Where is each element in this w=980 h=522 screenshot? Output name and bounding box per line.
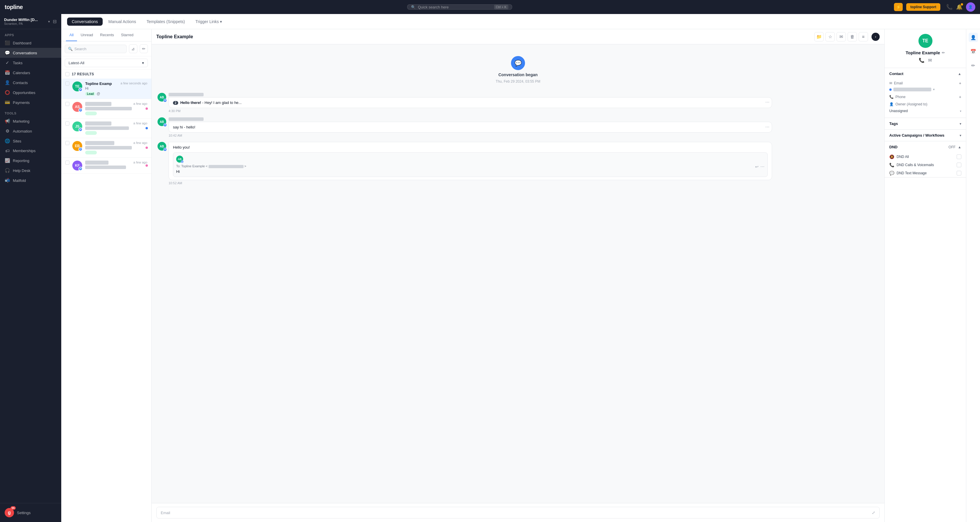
- select-all-checkbox[interactable]: [65, 72, 69, 76]
- notifications-button[interactable]: 🔔: [956, 4, 963, 10]
- tab-conversations[interactable]: Conversations: [67, 18, 103, 26]
- phone-icon-button[interactable]: 📞: [946, 4, 953, 10]
- conversation-item-4[interactable]: EB ✉ . a few ago . .: [61, 138, 151, 158]
- sidebar-item-memberships[interactable]: 🏷 Memberships: [0, 146, 61, 156]
- conv-time: a few ago: [133, 161, 147, 164]
- campaigns-section-header[interactable]: Active Campaigns / Workflows ▾: [885, 129, 966, 141]
- email-contact-icon[interactable]: ✉: [928, 57, 932, 63]
- sidebar-item-calendars[interactable]: 📅 Calendars: [0, 68, 61, 78]
- avatar-initials: JS: [75, 125, 80, 128]
- message-input-box[interactable]: Email ⤢: [156, 507, 880, 519]
- sidebar-item-payments[interactable]: 💳 Payments: [0, 97, 61, 107]
- expand-icon[interactable]: ⤢: [872, 510, 875, 515]
- dnd-status: OFF: [948, 145, 956, 149]
- more-icon[interactable]: ⋯: [765, 125, 769, 129]
- edit-detail-icon-button[interactable]: ✏: [969, 61, 978, 70]
- sidebar-item-automation[interactable]: ⚙ Automation: [0, 126, 61, 136]
- msg-time: 10:42 AM: [169, 134, 878, 137]
- conversation-item-5[interactable]: KF ✉ . a few ago .: [61, 158, 151, 174]
- dnd-header[interactable]: DND OFF ▲: [885, 141, 966, 153]
- collapse-panel-button[interactable]: ›: [872, 33, 880, 41]
- reply-icon[interactable]: ↩: [755, 164, 759, 169]
- sidebar-item-dashboard[interactable]: ⬛ Dashboard: [0, 38, 61, 48]
- conv-tab-all[interactable]: All: [66, 29, 77, 41]
- sidebar-item-reporting[interactable]: 📈 Reporting: [0, 156, 61, 166]
- workspace-selector[interactable]: Dunder Mifflin [D... Scranton, PA ▾ ⊟: [0, 14, 61, 29]
- sidebar-item-conversations[interactable]: 💬 Conversations: [0, 48, 61, 58]
- conv-checkbox[interactable]: [65, 102, 69, 106]
- conv-checkbox[interactable]: [65, 141, 69, 145]
- calendar-icon-button[interactable]: 📅: [969, 47, 978, 56]
- dnd-all-checkbox[interactable]: [957, 155, 961, 159]
- tags-section-header[interactable]: Tags ▾: [885, 118, 966, 129]
- conv-tab-unread[interactable]: Unread: [77, 29, 97, 41]
- email-to-label: To: Topline Example <: [176, 164, 208, 168]
- support-button[interactable]: topline Support: [906, 3, 940, 11]
- sidebar: Dunder Mifflin [D... Scranton, PA ▾ ⊟ Ap…: [0, 14, 61, 522]
- conv-checkbox[interactable]: [65, 81, 69, 86]
- edit-contact-button[interactable]: ✏: [942, 51, 945, 55]
- conv-avatar: EB ✉: [72, 141, 82, 151]
- conv-body: . a few ago .: [85, 161, 147, 169]
- email-input-label: Email: [161, 511, 170, 515]
- g-badge-count: 55: [11, 506, 16, 510]
- at-icon: @: [97, 92, 100, 96]
- edit-icon: ✏: [971, 63, 975, 68]
- conversation-item-3[interactable]: JS ✉ . a few ago . .: [61, 118, 151, 138]
- results-row: 17 RESULTS: [61, 70, 151, 78]
- message-row: AB ✉ . 2 Hello there! - Hey! I am glad t…: [158, 93, 878, 113]
- sidebar-item-helpdesk[interactable]: 🎧 Help Desk: [0, 166, 61, 176]
- tab-templates[interactable]: Templates (Snippets): [142, 18, 189, 26]
- phone-contact-icon[interactable]: 📞: [919, 57, 924, 63]
- add-phone-button[interactable]: +: [959, 94, 961, 99]
- conv-tab-recents[interactable]: Recents: [97, 29, 118, 41]
- conv-time: a few ago: [133, 141, 147, 145]
- sidebar-toggle-button[interactable]: ⊟: [52, 18, 57, 25]
- delete-button[interactable]: 🗑: [848, 32, 857, 42]
- star-button[interactable]: ☆: [826, 32, 835, 42]
- email-button[interactable]: ✉: [837, 32, 846, 42]
- user-avatar[interactable]: 👤: [966, 2, 975, 12]
- archive-button[interactable]: 📁: [815, 32, 824, 42]
- conversation-search-box[interactable]: 🔍: [65, 45, 127, 53]
- tab-trigger-links[interactable]: Trigger Links ▾: [191, 18, 227, 26]
- sidebar-item-label-tasks: Tasks: [13, 61, 22, 65]
- chevron-down-icon: ▾: [959, 133, 961, 137]
- lightning-button[interactable]: ⚡: [894, 3, 903, 11]
- dnd-text-checkbox[interactable]: [957, 171, 961, 176]
- msg-text: 2 Hello there! - Hey! I am glad to he...: [173, 101, 768, 105]
- sidebar-item-sites[interactable]: 🌐 Sites: [0, 136, 61, 146]
- conv-tab-starred[interactable]: Starred: [118, 29, 137, 41]
- app-logo[interactable]: topline: [5, 4, 23, 11]
- more-icon[interactable]: ⋯: [760, 164, 764, 169]
- contact-actions: 📞 ✉: [919, 57, 932, 63]
- more-options-button[interactable]: ≡: [859, 32, 868, 42]
- sidebar-item-settings[interactable]: g 55 Settings: [0, 506, 61, 520]
- more-icon[interactable]: ⋯: [765, 100, 769, 105]
- tab-manual-actions[interactable]: Manual Actions: [104, 18, 141, 26]
- conv-checkbox[interactable]: [65, 161, 69, 164]
- owner-chevron-icon[interactable]: ▾: [960, 110, 961, 113]
- global-search-bar[interactable]: 🔍 Ctrl + K: [407, 5, 512, 10]
- email-chevron-icon[interactable]: ▾: [933, 88, 935, 91]
- dnd-calls-checkbox[interactable]: [957, 163, 961, 167]
- sidebar-item-tasks[interactable]: ✓ Tasks: [0, 58, 61, 68]
- dnd-text-icon: 💬: [889, 171, 894, 176]
- sidebar-item-mailfold[interactable]: 📬 Mailfold: [0, 176, 61, 185]
- sidebar-item-opportunities[interactable]: ⭕ Opportunities: [0, 88, 61, 97]
- contact-detail-panel: TE Topline Example ✏ 📞 ✉ Contact: [885, 29, 966, 522]
- conversation-item-2[interactable]: AS ✉ . a few ago . .: [61, 99, 151, 118]
- sidebar-item-contacts[interactable]: 👤 Contacts: [0, 78, 61, 88]
- global-search-input[interactable]: [418, 5, 492, 10]
- add-email-button[interactable]: +: [959, 81, 961, 86]
- contact-detail-icon-button[interactable]: 👤: [969, 33, 978, 42]
- compose-button[interactable]: ✏: [140, 45, 148, 53]
- contact-section-header[interactable]: Contact ▲: [885, 68, 966, 80]
- phone-field-row: 📞 Phone +: [889, 93, 961, 101]
- filter-button[interactable]: ⊿: [129, 45, 137, 53]
- sidebar-item-marketing[interactable]: 📢 Marketing: [0, 116, 61, 126]
- filter-dropdown[interactable]: Latest-All ▾: [65, 59, 148, 67]
- conv-checkbox[interactable]: [65, 121, 69, 126]
- conversation-item-topline[interactable]: TE ✉ Topline Examp a few seconds ago Hi …: [61, 78, 151, 99]
- conversation-search-input[interactable]: [75, 47, 123, 51]
